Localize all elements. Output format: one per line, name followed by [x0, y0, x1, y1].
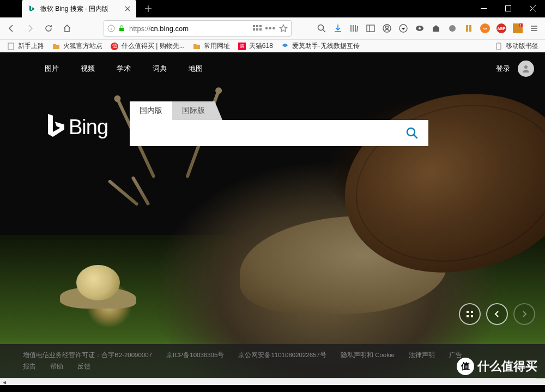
search-button[interactable] [396, 120, 428, 146]
svg-rect-4 [259, 25, 262, 27]
watermark: 值 什么值得买 [457, 358, 537, 375]
window-titlebar: 微软 Bing 搜索 - 国内版 [0, 0, 545, 17]
reader-icon[interactable] [253, 25, 262, 32]
account-icon[interactable] [379, 21, 395, 36]
bing-logo: Bing [45, 114, 108, 140]
lock-icon [118, 25, 125, 32]
svg-rect-22 [467, 311, 469, 313]
svg-rect-5 [253, 28, 255, 31]
tab-domestic[interactable]: 国内版 [130, 101, 172, 120]
mobile-icon [494, 42, 503, 51]
svg-point-11 [386, 26, 389, 29]
ext-icon-warn[interactable] [510, 21, 525, 36]
svg-rect-2 [253, 25, 255, 27]
home-button[interactable] [59, 20, 75, 37]
bookmark-item[interactable]: 火狐官方站点 [49, 40, 106, 52]
minimize-button[interactable] [471, 0, 496, 16]
svg-rect-23 [471, 311, 473, 313]
page-actions-icon[interactable]: ••• [265, 23, 276, 33]
search-area: 国内版 国际版 [130, 101, 428, 146]
svg-rect-0 [506, 5, 511, 11]
search-box [130, 120, 428, 146]
svg-rect-6 [256, 28, 258, 31]
svg-rect-25 [471, 315, 473, 317]
next-image-button[interactable] [513, 303, 535, 325]
nav-academic[interactable]: 学术 [117, 61, 141, 77]
new-tab-button[interactable] [141, 1, 156, 16]
close-window-button[interactable] [520, 0, 545, 16]
reload-button[interactable] [40, 20, 57, 37]
bing-favicon [27, 4, 36, 13]
footer-link[interactable]: 京ICP备10036305号 [166, 351, 224, 359]
horizontal-scrollbar[interactable]: ◀ ▶ [0, 378, 536, 385]
bookmarks-bar: 新手上路 火狐官方站点 值什么值得买 | 购物先... 常用网址 猫天猫618 … [0, 39, 545, 52]
watermark-text: 什么值得买 [477, 358, 537, 375]
bing-logo-text: Bing [69, 116, 108, 139]
nav-maps[interactable]: 地图 [189, 61, 213, 77]
svg-rect-3 [256, 25, 258, 27]
svg-point-14 [419, 27, 421, 29]
expand-button[interactable] [459, 303, 481, 325]
bookmark-mobile[interactable]: 移动版书签 [491, 40, 542, 52]
footer-link[interactable]: 反馈 [77, 363, 90, 371]
svg-rect-9 [367, 25, 374, 32]
page-icon [7, 42, 15, 51]
footer-link[interactable]: 京公网安备11010802022657号 [238, 351, 326, 359]
adblock-icon[interactable]: ABP [494, 21, 509, 36]
search-icon[interactable] [314, 21, 329, 36]
svg-point-15 [449, 25, 456, 32]
url-text: https://cn.bing.com [129, 25, 189, 33]
bookmark-star-icon[interactable] [279, 24, 288, 33]
svg-rect-24 [467, 315, 469, 317]
login-link[interactable]: 登录 [496, 64, 510, 74]
ext-icon-1[interactable] [396, 21, 411, 36]
library-icon[interactable] [347, 21, 362, 36]
bookmark-item[interactable]: 猫天猫618 [234, 40, 276, 52]
avatar-button[interactable] [518, 61, 534, 77]
ext-icon-5[interactable] [461, 21, 476, 36]
bookmark-item[interactable]: 常用网址 [189, 40, 233, 52]
watermark-badge: 值 [457, 358, 474, 375]
tab-international[interactable]: 国际版 [172, 101, 215, 120]
bookmark-item[interactable]: 值什么值得买 | 购物先... [107, 40, 188, 52]
svg-rect-17 [519, 23, 523, 27]
prev-image-button[interactable] [486, 303, 508, 325]
search-input[interactable] [130, 120, 396, 146]
footer-link[interactable]: 报告 [23, 363, 36, 371]
aimo-icon [281, 42, 289, 51]
browser-toolbar: https://cn.bing.com ••• ∞ ABP [0, 17, 545, 39]
maximize-button[interactable] [496, 0, 520, 16]
ext-icon-4[interactable] [445, 21, 460, 36]
nav-videos[interactable]: 视频 [81, 61, 105, 77]
footer-link[interactable]: 法律声明 [409, 351, 435, 359]
ext-icon-infinity[interactable]: ∞ [477, 21, 493, 36]
ext-icon-3[interactable] [428, 21, 444, 36]
svg-point-20 [524, 65, 528, 69]
footer-link[interactable]: 隐私声明和 Cookie [341, 351, 395, 359]
info-icon[interactable] [107, 25, 115, 32]
nav-images[interactable]: 图片 [45, 61, 69, 77]
bookmark-item[interactable]: 爱莫助手-无线数据互传 [277, 40, 363, 52]
smzdm-icon: 值 [110, 42, 119, 51]
footer-link[interactable]: 帮助 [50, 363, 63, 371]
bing-nav: 图片 视频 学术 词典 地图 登录 [0, 58, 545, 80]
tab-close-button[interactable] [123, 4, 132, 13]
forward-button[interactable] [22, 20, 38, 37]
tab-title: 微软 Bing 搜索 - 国内版 [40, 4, 119, 14]
sidebar-icon[interactable] [363, 21, 378, 36]
svg-rect-18 [8, 43, 14, 50]
nav-dict[interactable]: 词典 [153, 61, 177, 77]
svg-rect-7 [259, 28, 262, 31]
back-button[interactable] [3, 20, 20, 37]
menu-button[interactable] [526, 21, 542, 36]
tmall-icon: 猫 [238, 42, 246, 51]
svg-point-8 [318, 25, 324, 31]
url-bar[interactable]: https://cn.bing.com ••• [104, 20, 292, 37]
download-icon[interactable] [330, 21, 346, 36]
browser-tab[interactable]: 微软 Bing 搜索 - 国内版 [22, 0, 136, 17]
svg-rect-19 [496, 43, 501, 50]
page-content: 图片 视频 学术 词典 地图 登录 Bing 国内版 国际版 [0, 52, 545, 385]
bookmark-item[interactable]: 新手上路 [3, 40, 47, 52]
footer-link[interactable]: 增值电信业务经营许可证：合字B2-20090007 [23, 351, 152, 359]
ext-icon-2[interactable] [412, 21, 427, 36]
